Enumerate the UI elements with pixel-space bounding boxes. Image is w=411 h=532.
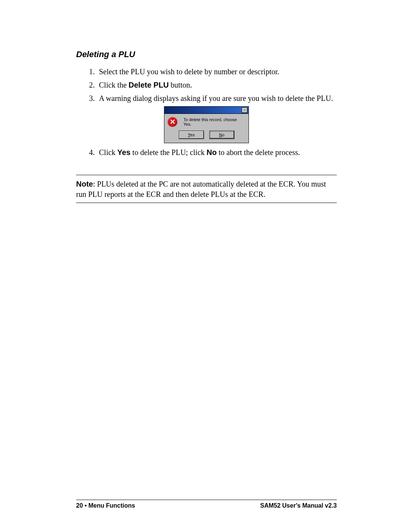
steps-list: Select the PLU you wish to delete by num… — [76, 66, 337, 104]
dialog-figure: × ✕ To delete this record, choose Yes. Y… — [76, 106, 337, 143]
step-3: A warning dialog displays asking if you … — [97, 93, 337, 104]
yes-button[interactable]: Yes — [179, 131, 204, 139]
step-4-b: to delete the PLU; click — [131, 148, 207, 157]
footer-right: SAM52 User's Manual v2.3 — [260, 502, 337, 509]
manual-page: Deleting a PLU Select the PLU you wish t… — [0, 0, 411, 532]
step-1: Select the PLU you wish to delete by num… — [97, 66, 337, 77]
footer-left: 20 • Menu Functions — [76, 502, 135, 509]
note-text: Note: PLUs deleted at the PC are not aut… — [76, 175, 337, 203]
dialog-buttons: Yes No — [164, 128, 249, 143]
dialog-titlebar: × — [164, 107, 249, 114]
steps-list-cont: Click Yes to delete the PLU; click No to… — [76, 147, 337, 158]
confirm-dialog: × ✕ To delete this record, choose Yes. Y… — [164, 106, 249, 143]
delete-plu-bold: Delete PLU — [129, 81, 169, 89]
note-label: Note — [76, 180, 93, 188]
error-icon: ✕ — [167, 117, 177, 127]
section-heading: Deleting a PLU — [76, 50, 337, 59]
no-button[interactable]: No — [209, 131, 234, 139]
step-4: Click Yes to delete the PLU; click No to… — [97, 147, 337, 158]
yes-rest: es — [190, 133, 195, 137]
step-2-text-a: Click the — [99, 81, 129, 89]
dialog-message: To delete this record, choose Yes. — [183, 117, 245, 126]
step-4-c: to abort the delete process. — [217, 148, 300, 157]
step-2: Click the Delete PLU button. — [97, 80, 337, 91]
dialog-body: ✕ To delete this record, choose Yes. — [164, 114, 249, 128]
step-4-no: No — [207, 148, 217, 157]
no-rest: o — [222, 133, 224, 137]
note-rule-bottom — [76, 203, 337, 203]
close-icon[interactable]: × — [242, 107, 248, 113]
page-footer: 20 • Menu Functions SAM52 User's Manual … — [76, 500, 337, 509]
step-4-a: Click — [99, 148, 117, 157]
step-4-yes: Yes — [117, 148, 130, 157]
note-block: Note: PLUs deleted at the PC are not aut… — [76, 175, 337, 203]
footer-line: 20 • Menu Functions SAM52 User's Manual … — [76, 500, 337, 509]
step-2-text-b: button. — [169, 81, 192, 89]
note-body: : PLUs deleted at the PC are not automat… — [76, 180, 326, 198]
